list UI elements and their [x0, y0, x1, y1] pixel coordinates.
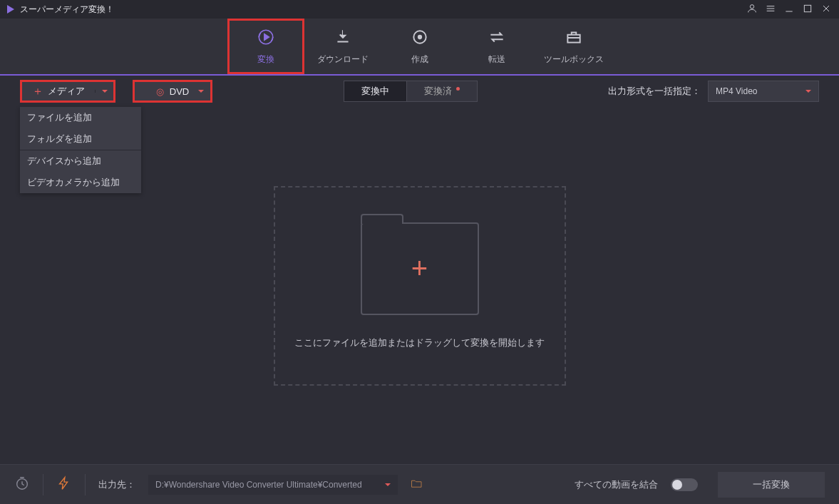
plus-icon: ＋ — [32, 84, 43, 99]
subbar-left: ＋メディア ◎ DVD — [20, 80, 212, 103]
caret-down-icon — [102, 90, 108, 93]
tab-converting-label: 変換中 — [361, 85, 389, 98]
titlebar: スーパーメディア変換！ — [0, 0, 839, 19]
create-icon — [411, 28, 429, 49]
nav-toolbox[interactable]: ツールボックス — [535, 19, 612, 74]
user-icon[interactable] — [746, 3, 758, 16]
tab-converted[interactable]: 変換済 — [407, 81, 478, 102]
separator — [43, 474, 43, 495]
titlebar-left: スーパーメディア変換！ — [7, 4, 114, 16]
nav-convert-label: 変換 — [257, 53, 274, 66]
menu-add-from-device[interactable]: デバイスから追加 — [20, 150, 141, 172]
output-format-label: 出力形式を一括指定： — [608, 85, 701, 98]
caret-down-icon — [805, 90, 811, 93]
output-format-select[interactable]: MP4 Video — [708, 81, 819, 102]
bottombar: 出力先： D:¥Wondershare Video Converter Ulti… — [0, 464, 839, 504]
svg-rect-11 — [567, 34, 580, 42]
svg-point-0 — [750, 4, 753, 8]
merge-videos-label: すべての動画を結合 — [575, 478, 658, 491]
add-folder-icon[interactable]: + — [361, 222, 479, 315]
nav-toolbox-label: ツールボックス — [544, 53, 604, 66]
nav-convert[interactable]: 変換 — [227, 19, 304, 74]
transfer-icon — [488, 28, 506, 49]
caret-down-icon — [385, 483, 391, 486]
output-format-value: MP4 Video — [716, 86, 757, 96]
toolbox-icon — [565, 28, 583, 49]
titlebar-controls — [746, 3, 832, 16]
merge-toggle[interactable] — [671, 478, 698, 491]
convert-all-label: 一括変換 — [753, 478, 790, 491]
dropzone[interactable]: + ここにファイルを追加またはドラッグして変換を開始します — [274, 186, 566, 386]
menu-icon[interactable] — [765, 3, 776, 16]
open-folder-icon[interactable] — [411, 478, 423, 491]
bolt-icon[interactable] — [56, 475, 72, 494]
separator — [85, 474, 86, 495]
add-media-button[interactable]: ＋メディア — [20, 80, 115, 103]
add-dvd-button[interactable]: ◎ DVD — [133, 80, 212, 103]
add-media-label: メディア — [48, 85, 85, 98]
output-dest-value: D:¥Wondershare Video Converter Ultimate¥… — [155, 480, 362, 490]
tab-converting[interactable]: 変換中 — [344, 81, 407, 102]
disc-icon: ◎ — [156, 86, 164, 97]
menu-add-file[interactable]: ファイルを追加 — [20, 107, 141, 128]
nav-download[interactable]: ダウンロード — [304, 19, 381, 74]
convert-all-button[interactable]: 一括変換 — [718, 472, 825, 498]
dropzone-text: ここにファイルを追加またはドラッグして変換を開始します — [294, 336, 545, 349]
svg-point-10 — [418, 35, 421, 38]
download-icon — [334, 28, 352, 49]
menu-add-from-camera[interactable]: ビデオカメラから追加 — [20, 172, 141, 193]
add-dvd-label: DVD — [170, 86, 189, 97]
output-dest-select[interactable]: D:¥Wondershare Video Converter Ultimate¥… — [148, 475, 398, 495]
add-media-dropdown-arrow[interactable] — [95, 90, 113, 93]
nav-download-label: ダウンロード — [317, 53, 369, 66]
add-media-menu: ファイルを追加 フォルダを追加 デバイスから追加 ビデオカメラから追加 — [20, 107, 141, 193]
subbar: ＋メディア ◎ DVD 変換中 変換済 出力形式を一括指定： MP4 Video — [0, 76, 839, 107]
nav-create[interactable]: 作成 — [381, 19, 458, 74]
maximize-icon[interactable] — [802, 3, 813, 16]
notification-dot-icon — [456, 87, 460, 91]
menu-add-folder[interactable]: フォルダを追加 — [20, 128, 141, 150]
plus-icon: + — [411, 252, 428, 284]
caret-down-icon — [198, 90, 204, 93]
top-nav: 変換 ダウンロード 作成 転送 ツールボックス — [0, 19, 839, 76]
tab-converted-label: 変換済 — [424, 85, 452, 98]
convert-icon — [257, 28, 275, 49]
folder-tab-icon — [361, 214, 403, 224]
close-icon[interactable] — [820, 3, 832, 16]
clock-icon[interactable] — [14, 475, 30, 494]
nav-transfer[interactable]: 転送 — [458, 19, 535, 74]
toggle-knob — [672, 480, 682, 490]
app-title: スーパーメディア変換！ — [20, 4, 114, 16]
minimize-icon[interactable] — [783, 3, 795, 16]
nav-create-label: 作成 — [411, 53, 428, 66]
output-dest-label: 出力先： — [98, 478, 135, 491]
nav-transfer-label: 転送 — [488, 53, 505, 66]
app-logo-icon — [7, 5, 14, 14]
subbar-right: 出力形式を一括指定： MP4 Video — [608, 81, 819, 102]
status-tabs: 変換中 変換済 — [344, 81, 478, 102]
svg-rect-5 — [804, 5, 810, 11]
add-dvd-dropdown-arrow[interactable] — [192, 90, 210, 93]
